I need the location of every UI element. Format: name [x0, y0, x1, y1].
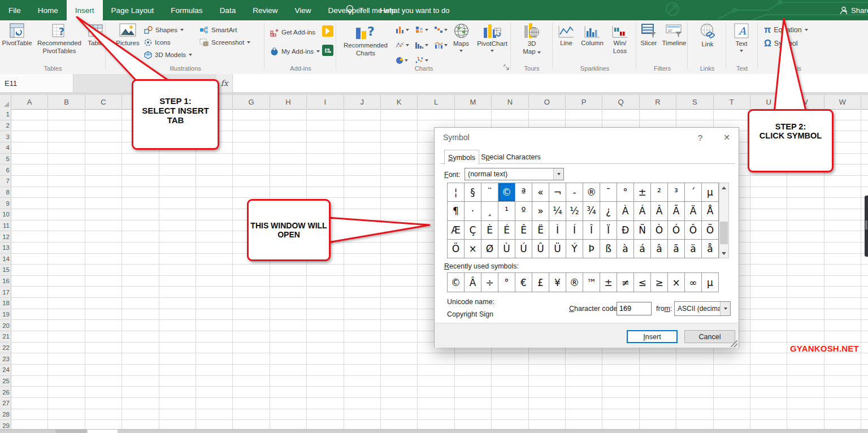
column-header-J[interactable]: J — [344, 95, 381, 109]
sparkline-column-button[interactable]: Column — [579, 25, 606, 47]
row-header-2[interactable]: 2 — [0, 120, 10, 132]
sparkline-winloss-button[interactable]: Win/Loss — [607, 25, 633, 55]
font-dropdown-arrow[interactable] — [553, 168, 563, 180]
symbol-cell-Ï[interactable]: Ï — [600, 221, 617, 240]
symbol-cell-©[interactable]: © — [498, 183, 515, 202]
formula-bar-input[interactable] — [233, 74, 868, 92]
symbol-cell-â[interactable]: â — [651, 240, 668, 258]
chart-type-scatter-button[interactable] — [415, 57, 428, 64]
recent-symbol-cell-≤[interactable]: ≤ — [634, 273, 651, 292]
pivotchart-button[interactable]: PivotChart — [476, 23, 509, 52]
recent-symbol-cell-°[interactable]: ° — [498, 273, 515, 292]
row-header-22[interactable]: 22 — [0, 343, 10, 354]
recommended-pivottables-button[interactable]: ? Recommended PivotTables — [33, 23, 86, 55]
row-header-16[interactable]: 16 — [0, 276, 10, 287]
row-header-5[interactable]: 5 — [0, 154, 10, 165]
row-header-27[interactable]: 27 — [0, 398, 10, 409]
symbol-cell-à[interactable]: à — [617, 240, 634, 258]
chart-type-scatterline-button[interactable] — [396, 41, 409, 49]
text-button[interactable]: A Text — [729, 23, 754, 52]
recent-symbol-cell-Â[interactable]: Â — [465, 273, 481, 292]
row-header-18[interactable]: 18 — [0, 298, 10, 309]
symbol-cell-Þ[interactable]: Þ — [583, 240, 600, 258]
symbol-cell-Ð[interactable]: Ð — [617, 221, 634, 240]
symbol-cell-®[interactable]: ® — [583, 183, 600, 202]
column-header-L[interactable]: L — [418, 95, 454, 109]
symbol-cell-¸[interactable]: ¸ — [481, 202, 498, 220]
ribbon-tab-view[interactable]: View — [286, 0, 319, 20]
row-header-23[interactable]: 23 — [0, 353, 10, 365]
ribbon-tab-file[interactable]: File — [0, 0, 29, 20]
scroll-up-button[interactable] — [719, 183, 728, 192]
recent-symbol-cell-×[interactable]: × — [668, 273, 685, 292]
store-addin-icon[interactable] — [322, 45, 333, 56]
tell-me-box[interactable]: Tell me what you want to do — [346, 0, 449, 20]
recent-symbol-cell-≠[interactable]: ≠ — [617, 273, 634, 292]
symbol-cell-»[interactable]: » — [532, 202, 549, 220]
symbol-cell-Ì[interactable]: Ì — [549, 221, 566, 240]
recent-symbol-cell-÷[interactable]: ÷ — [481, 273, 498, 292]
dialog-close-button[interactable]: ✕ — [720, 131, 734, 144]
symbol-cell-Ö[interactable]: Ö — [448, 240, 465, 258]
symbol-cell-Ç[interactable]: Ç — [465, 221, 481, 240]
maps-button[interactable]: Maps — [449, 23, 474, 52]
symbol-cell-¯[interactable]: ¯ — [600, 183, 617, 202]
recent-symbol-cell-€[interactable]: € — [515, 273, 532, 292]
icons-button[interactable]: Icons — [144, 37, 171, 47]
recent-symbol-cell-µ[interactable]: µ — [702, 273, 719, 292]
symbol-cell-³[interactable]: ³ — [668, 183, 685, 202]
symbol-button[interactable]: Ω Symbol — [764, 38, 798, 49]
symbol-cell-Ñ[interactable]: Ñ — [634, 221, 651, 240]
chart-type-hierarchy-button[interactable] — [434, 26, 448, 33]
row-header-17[interactable]: 17 — [0, 287, 10, 298]
smartart-button[interactable]: SmartArt — [199, 25, 237, 35]
row-header-10[interactable]: 10 — [0, 209, 10, 220]
symbol-cell-Ü[interactable]: Ü — [549, 240, 566, 258]
symbol-cell-Ë[interactable]: Ë — [532, 221, 549, 240]
column-header-U[interactable]: U — [750, 95, 787, 109]
symbol-cell-Ý[interactable]: Ý — [566, 240, 583, 258]
symbol-cell-Ò[interactable]: Ò — [651, 221, 668, 240]
symbol-cell-á[interactable]: á — [634, 240, 651, 258]
symbol-cell-È[interactable]: È — [481, 221, 498, 240]
row-header-12[interactable]: 12 — [0, 231, 10, 243]
timeline-button[interactable]: Timeline — [661, 23, 688, 47]
column-header-M[interactable]: M — [455, 95, 492, 109]
ribbon-tab-page-layout[interactable]: Page Layout — [103, 0, 163, 20]
tab-symbols[interactable]: Symbols — [444, 150, 479, 164]
symbol-grid-scrollbar[interactable] — [719, 183, 729, 258]
symbol-cell-Ù[interactable]: Ù — [498, 240, 515, 258]
column-header-W[interactable]: W — [824, 95, 861, 109]
chart-type-histogram-button[interactable] — [415, 41, 428, 49]
row-header-25[interactable]: 25 — [0, 376, 10, 387]
3d-map-button[interactable]: 3DMap — [518, 23, 545, 55]
row-header-3[interactable]: 3 — [0, 131, 10, 142]
column-header-O[interactable]: O — [529, 95, 566, 109]
equation-button[interactable]: π Equation — [764, 25, 808, 35]
tab-special-characters[interactable]: Special Characters — [479, 151, 542, 163]
name-box[interactable]: E11 — [0, 74, 73, 92]
ribbon-tab-review[interactable]: Review — [244, 0, 286, 20]
chart-type-pie-button[interactable] — [396, 57, 408, 64]
symbol-cell-Ê[interactable]: Ê — [515, 221, 532, 240]
recent-symbol-cell-±[interactable]: ± — [600, 273, 617, 292]
sparkline-line-button[interactable]: Line — [555, 25, 578, 47]
3d-models-button[interactable]: 3D Models — [144, 50, 192, 60]
sheet-tab-active[interactable] — [88, 430, 118, 433]
symbol-cell-Â[interactable]: Â — [651, 202, 668, 220]
row-header-19[interactable]: 19 — [0, 309, 10, 321]
insert-button[interactable]: Insert — [627, 330, 678, 343]
symbol-cell-½[interactable]: ½ — [566, 202, 583, 220]
symbol-cell-¶[interactable]: ¶ — [448, 202, 465, 220]
row-header-21[interactable]: 21 — [0, 331, 10, 343]
symbol-cell-Ã[interactable]: Ã — [668, 202, 685, 220]
recommended-charts-button[interactable]: ? RecommendedCharts — [342, 23, 389, 57]
column-header-B[interactable]: B — [48, 95, 85, 109]
symbol-cell-°[interactable]: ° — [617, 183, 634, 202]
symbol-cell-¹[interactable]: ¹ — [498, 202, 515, 220]
chart-type-column-button[interactable] — [396, 26, 409, 33]
row-header-20[interactable]: 20 — [0, 320, 10, 331]
font-dropdown[interactable]: (normal text) — [465, 168, 564, 180]
column-header-A[interactable]: A — [11, 95, 48, 109]
column-header-R[interactable]: R — [640, 95, 676, 109]
